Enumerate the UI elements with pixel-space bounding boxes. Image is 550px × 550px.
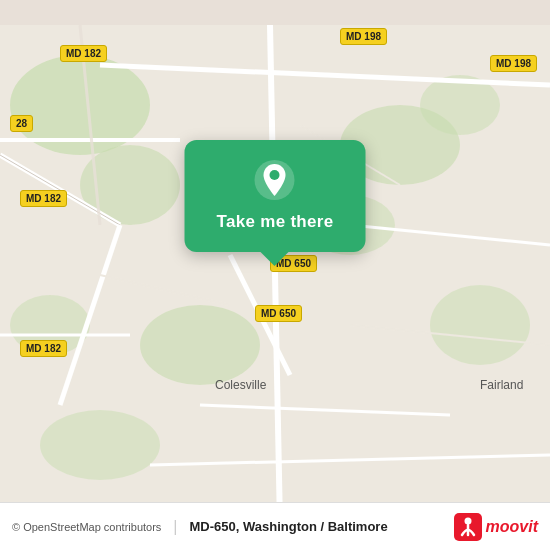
bottom-left: © OpenStreetMap contributors | MD-650, W… [12, 518, 388, 536]
svg-point-26 [270, 170, 280, 180]
road-badge-md650-low: MD 650 [255, 305, 302, 322]
map-background [0, 0, 550, 550]
bottom-bar: © OpenStreetMap contributors | MD-650, W… [0, 502, 550, 550]
svg-point-6 [140, 305, 260, 385]
popup-card[interactable]: Take me there [185, 140, 366, 252]
moovit-logo: moovit [454, 513, 538, 541]
map-container: MD 182 MD 198 MD 198 MD 182 MD 650 MD 65… [0, 0, 550, 550]
take-me-there-button[interactable]: Take me there [217, 212, 334, 232]
copyright-text: © OpenStreetMap contributors [12, 521, 161, 533]
moovit-brand-text: moovit [486, 518, 538, 536]
road-badge-md198-top: MD 198 [340, 28, 387, 45]
road-badge-md198-right: MD 198 [490, 55, 537, 72]
road-badge-28: 28 [10, 115, 33, 132]
road-badge-md182-low: MD 182 [20, 340, 67, 357]
route-info: MD-650, Washington / Baltimore [190, 519, 388, 534]
road-badge-md182-top: MD 182 [60, 45, 107, 62]
svg-point-9 [40, 410, 160, 480]
svg-point-7 [430, 285, 530, 365]
place-label-fairland: Fairland [480, 378, 523, 392]
svg-point-28 [464, 517, 471, 524]
place-label-colesville: Colesville [215, 378, 266, 392]
road-badge-md182-mid: MD 182 [20, 190, 67, 207]
moovit-brand-icon [454, 513, 482, 541]
location-pin-icon [253, 158, 297, 202]
